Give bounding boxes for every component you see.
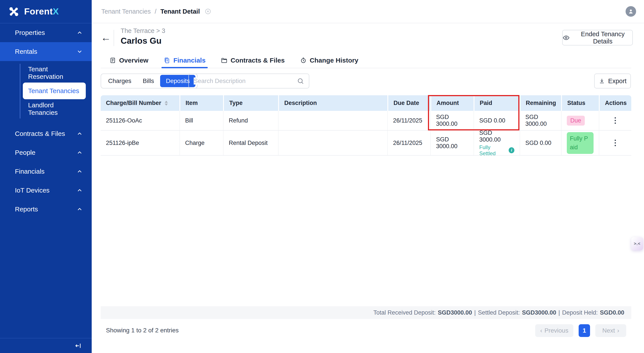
row-actions-menu-icon[interactable]	[613, 138, 618, 148]
previous-label: Previous	[544, 327, 568, 334]
sidebar-item-tenant-reservation[interactable]: Tenant Reservation	[23, 65, 86, 81]
cell-description	[278, 131, 387, 155]
breadcrumb: Tenant Tenancies / Tenant Detail	[101, 8, 211, 15]
sidebar-item-label: People	[15, 149, 35, 156]
tab-overview[interactable]: Overview	[108, 53, 149, 68]
summary-divider: |	[474, 309, 476, 316]
main-content: ← The Terrace > 3 Carlos Gu Ended Tenanc…	[92, 24, 644, 353]
deposits-table: Charge/Bill Number Item Type Description…	[101, 95, 631, 156]
chevron-up-icon	[76, 130, 83, 137]
column-charge-bill-number[interactable]: Charge/Bill Number	[101, 95, 180, 111]
chevron-up-icon	[76, 30, 83, 36]
breadcrumb-current: Tenant Detail	[160, 8, 200, 15]
cell-actions	[599, 131, 631, 155]
cell-type: Refund	[223, 111, 278, 130]
breadcrumb-parent[interactable]: Tenant Tenancies	[101, 8, 151, 15]
sidebar-item-reports[interactable]: Reports	[0, 200, 92, 219]
pagination: ‹ Previous 1 Next ›	[535, 324, 626, 337]
settled-label: Fully Settled	[479, 144, 507, 157]
brand-x-icon	[9, 7, 19, 17]
ended-tenancy-details-button[interactable]: Ended Tenancy Details	[562, 30, 633, 46]
sidebar-item-iot-devices[interactable]: IoT Devices	[0, 181, 92, 200]
column-description: Description	[278, 95, 387, 111]
total-received-label: Total Received Deposit:	[373, 309, 436, 316]
previous-page-button[interactable]: ‹ Previous	[535, 324, 573, 337]
tab-contracts-files[interactable]: Contracts & Files	[220, 53, 286, 68]
sidebar-item-rentals[interactable]: Rentals	[0, 42, 92, 61]
cell-paid: SGD 0.00	[474, 111, 520, 130]
cell-amount: SGD 3000.00	[430, 131, 474, 155]
cell-type: Rental Deposit	[223, 131, 278, 155]
export-label: Export	[608, 78, 627, 85]
fully-settled-note: Fully Settled i	[479, 144, 514, 157]
sidebar-item-label: Rentals	[15, 48, 37, 55]
search-box	[188, 74, 309, 89]
row-actions-menu-icon[interactable]	[613, 116, 618, 126]
sidebar-item-label: Contracts & Files	[15, 130, 65, 137]
tab-label: Financials	[173, 57, 206, 64]
paid-amount: SGD 3000.00	[479, 130, 514, 143]
cell-due-date: 26/11/2025	[387, 131, 430, 155]
column-type: Type	[223, 95, 278, 111]
sidebar-item-financials[interactable]: $ Financials	[0, 162, 92, 181]
info-icon[interactable]: i	[509, 147, 514, 153]
collapse-sidebar-icon[interactable]	[74, 342, 82, 350]
tab-label: Change History	[310, 57, 358, 64]
export-button[interactable]: Export	[594, 74, 631, 89]
table-row: 251126-ipBe Charge Rental Deposit 26/11/…	[101, 131, 631, 156]
ended-tenancy-label: Ended Tenancy Details	[573, 31, 632, 45]
sidebar-nav: Properties Rentals Tenant Reservation Te…	[0, 23, 92, 219]
filter-bills-button[interactable]: Bills	[137, 74, 160, 88]
cell-actions	[599, 111, 631, 130]
brand-logo[interactable]: ForentX	[0, 0, 92, 23]
status-badge-fully-paid: Fully Paid	[567, 132, 594, 154]
column-remaining: Remaining	[520, 95, 561, 111]
tab-financials[interactable]: Financials	[163, 53, 206, 68]
user-avatar[interactable]	[626, 6, 636, 17]
download-icon	[598, 78, 605, 84]
cell-amount: SGD 3000.00	[430, 111, 474, 130]
cell-item: Charge	[180, 131, 223, 155]
page-number-1[interactable]: 1	[579, 324, 590, 337]
sidebar-item-label: Properties	[15, 29, 45, 37]
cell-due-date: 26/11/2025	[387, 111, 430, 130]
back-button[interactable]: ←	[101, 33, 111, 43]
close-tab-icon[interactable]	[205, 8, 211, 15]
document-icon	[110, 57, 116, 64]
assistant-widget-button[interactable]: >.<	[631, 237, 643, 250]
sidebar-item-label: Financials	[15, 168, 44, 175]
next-label: Next	[602, 327, 615, 334]
chevron-left-icon: ‹	[540, 327, 542, 334]
sidebar-item-properties[interactable]: Properties	[0, 23, 92, 42]
settled-deposit-value: SGD3000.00	[522, 309, 556, 316]
column-label: Charge/Bill Number	[106, 100, 161, 107]
deposit-summary-band: Total Received Deposit: SGD3000.00 | Set…	[101, 306, 631, 319]
breadcrumb-separator: /	[155, 8, 156, 15]
sidebar-item-people[interactable]: People	[0, 143, 92, 162]
cell-number: 251126-ipBe	[101, 131, 180, 155]
entries-summary: Showing 1 to 2 of 2 entries	[106, 327, 179, 334]
status-badge-due: Due	[567, 116, 585, 126]
eye-icon	[562, 34, 570, 41]
filter-charges-button[interactable]: Charges	[102, 74, 137, 88]
next-page-button[interactable]: Next ›	[595, 324, 626, 337]
search-input[interactable]	[194, 78, 297, 85]
tab-change-history[interactable]: Change History	[299, 53, 359, 68]
chevron-up-icon	[76, 168, 83, 175]
history-clock-icon	[300, 57, 307, 64]
column-due-date: Due Date	[387, 95, 430, 111]
sidebar-item-contracts-files[interactable]: Contracts & Files	[0, 124, 92, 143]
sidebar-item-tenant-tenancies[interactable]: Tenant Tenancies	[23, 83, 86, 99]
chevron-up-icon	[76, 187, 83, 194]
tab-label: Overview	[119, 57, 148, 64]
cell-number: 251126-OoAc	[101, 111, 180, 130]
sidebar: ForentX Properties Rentals Tenant Reserv…	[0, 0, 92, 353]
property-unit-path: The Terrace > 3	[121, 27, 165, 35]
table-body: 251126-OoAc Bill Refund 26/11/2025 SGD 3…	[101, 111, 631, 156]
column-status: Status	[561, 95, 599, 111]
summary-divider: |	[558, 309, 560, 316]
detail-tabs: Overview Financials Contracts & Files Ch…	[101, 53, 631, 68]
cell-remaining: SGD 3000.00	[520, 111, 561, 130]
sidebar-item-landlord-tenancies[interactable]: Landlord Tenancies	[23, 101, 86, 117]
search-icon[interactable]	[297, 78, 304, 85]
